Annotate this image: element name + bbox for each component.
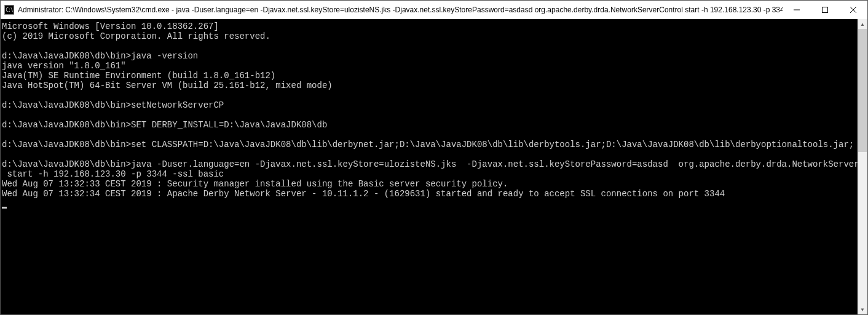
terminal-line: Java HotSpot(TM) 64-Bit Server VM (build… <box>2 81 856 90</box>
vertical-scrollbar[interactable]: ▲ ▼ <box>858 19 867 314</box>
terminal-line <box>2 150 856 159</box>
window-title: Administrator: C:\Windows\System32\cmd.e… <box>18 6 783 14</box>
scroll-down-arrow[interactable]: ▼ <box>858 305 867 314</box>
minimize-button[interactable] <box>783 1 811 19</box>
terminal-cursor-line <box>2 199 856 209</box>
terminal-line <box>2 130 856 140</box>
scrollbar-thumb[interactable] <box>858 29 867 152</box>
terminal-line <box>2 110 856 120</box>
terminal-line: Microsoft Windows [Version 10.0.18362.26… <box>2 22 856 31</box>
svg-rect-1 <box>823 7 828 13</box>
terminal-line: d:\Java\JavaJDK08\db\bin>java -Duser.lan… <box>2 159 856 169</box>
cursor <box>2 207 7 209</box>
terminal-line: (c) 2019 Microsoft Corporation. All righ… <box>2 31 856 41</box>
cmd-icon: C:\ <box>4 5 14 15</box>
maximize-icon <box>822 7 828 13</box>
close-button[interactable] <box>839 1 867 19</box>
terminal-line: start -h 192.168.123.30 -p 3344 -ssl bas… <box>2 169 856 179</box>
terminal-output[interactable]: Microsoft Windows [Version 10.0.18362.26… <box>1 19 858 314</box>
terminal-line: d:\Java\JavaJDK08\db\bin>SET DERBY_INSTA… <box>2 120 856 130</box>
terminal-line: Wed Aug 07 13:32:34 CEST 2019 : Apache D… <box>2 189 856 199</box>
scroll-up-arrow[interactable]: ▲ <box>858 19 867 29</box>
maximize-button[interactable] <box>811 1 839 19</box>
terminal-line: Wed Aug 07 13:32:33 CEST 2019 : Security… <box>2 179 856 189</box>
terminal-line: Java(TM) SE Runtime Environment (build 1… <box>2 71 856 81</box>
terminal-line: d:\Java\JavaJDK08\db\bin>setNetworkServe… <box>2 100 856 110</box>
minimize-icon <box>794 7 800 13</box>
terminal-line: d:\Java\JavaJDK08\db\bin>set CLASSPATH=D… <box>2 140 856 150</box>
terminal-line: d:\Java\JavaJDK08\db\bin>java -version <box>2 51 856 61</box>
terminal-line: java version "1.8.0_161" <box>2 61 856 71</box>
terminal-line <box>2 90 856 100</box>
terminal-line <box>2 41 856 51</box>
cmd-window: C:\ Administrator: C:\Windows\System32\c… <box>0 0 868 315</box>
terminal-area: Microsoft Windows [Version 10.0.18362.26… <box>1 19 867 314</box>
titlebar[interactable]: C:\ Administrator: C:\Windows\System32\c… <box>1 1 867 19</box>
window-controls <box>783 1 867 19</box>
close-icon <box>850 7 856 13</box>
